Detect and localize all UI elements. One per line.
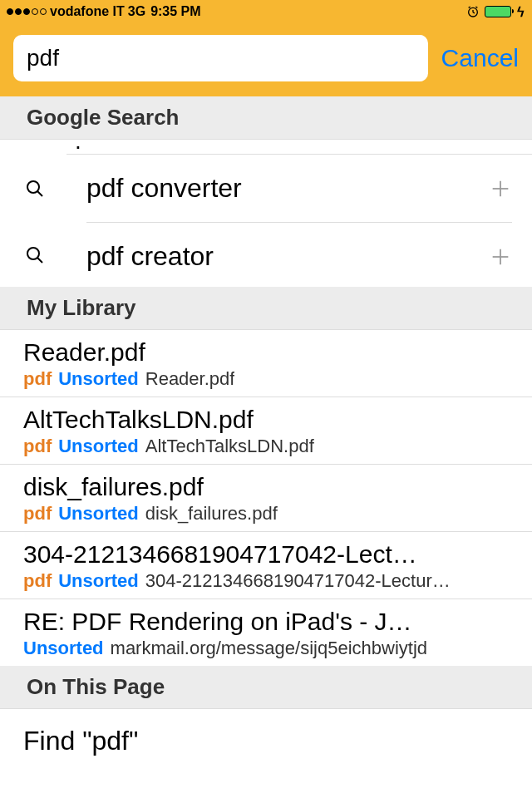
library-item-path: AltTechTalksLDN.pdf: [145, 436, 314, 457]
cancel-button[interactable]: Cancel: [441, 44, 519, 72]
library-item-title: Reader.pdf: [23, 338, 509, 367]
find-on-page[interactable]: Find "pdf": [0, 709, 532, 773]
library-item[interactable]: Reader.pdf pdf Unsorted Reader.pdf: [0, 330, 532, 397]
suggestion-text: pdf converter: [86, 173, 489, 204]
library-item-title: 304-2121346681904717042-Lect…: [23, 540, 509, 569]
search-icon: [25, 245, 45, 265]
tag-filetype: pdf: [23, 436, 52, 457]
svg-line-2: [473, 12, 475, 13]
library-list: Reader.pdf pdf Unsorted Reader.pdf AltTe…: [0, 330, 532, 666]
library-item[interactable]: 304-2121346681904717042-Lect… pdf Unsort…: [0, 532, 532, 599]
section-header-library: My Library: [0, 287, 532, 330]
network-label: 3G: [128, 4, 145, 19]
add-icon[interactable]: [489, 245, 512, 268]
search-bar: Cancel: [0, 23, 532, 96]
alarm-icon: [466, 5, 480, 18]
partial-suggestion-row[interactable]: [66, 140, 532, 155]
tag-filetype: pdf: [23, 368, 52, 390]
search-icon: [25, 179, 45, 199]
section-header-onpage: On This Page: [0, 666, 532, 709]
status-left: vodafone IT 3G 9:35 PM: [7, 4, 201, 19]
suggestion-text: pdf creator: [86, 241, 489, 272]
svg-line-4: [475, 7, 477, 7]
tag-filetype: pdf: [23, 570, 52, 592]
svg-line-3: [469, 7, 470, 7]
add-icon[interactable]: [489, 177, 512, 200]
status-right: ϟ: [466, 4, 525, 20]
status-bar: vodafone IT 3G 9:35 PM ϟ: [0, 0, 532, 23]
svg-line-6: [37, 191, 42, 196]
tag-folder: Unsorted: [58, 570, 139, 592]
battery-icon: [485, 6, 511, 17]
library-item-title: AltTechTalksLDN.pdf: [23, 406, 509, 434]
tag-folder: Unsorted: [58, 368, 139, 390]
library-item-path: Reader.pdf: [145, 368, 235, 390]
tag-folder: Unsorted: [58, 503, 139, 525]
search-suggestion[interactable]: pdf converter: [0, 155, 532, 223]
library-item[interactable]: RE: PDF Rendering on iPad's - J… Unsorte…: [0, 599, 532, 666]
library-item-title: RE: PDF Rendering on iPad's - J…: [23, 608, 509, 636]
svg-line-10: [37, 258, 42, 263]
search-input[interactable]: [13, 35, 428, 81]
signal-strength-icon: [7, 8, 47, 15]
charging-icon: ϟ: [516, 4, 525, 20]
library-item-path: disk_failures.pdf: [145, 503, 278, 525]
library-item-title: disk_failures.pdf: [23, 473, 509, 501]
library-item-path: markmail.org/message/sijq5eichbwiytjd: [111, 638, 427, 659]
library-item[interactable]: AltTechTalksLDN.pdf pdf Unsorted AltTech…: [0, 397, 532, 465]
svg-point-5: [27, 181, 39, 193]
library-item-path: 304-2121346681904717042-Lectur…: [145, 570, 451, 592]
carrier-label: vodafone IT: [50, 4, 125, 19]
svg-point-9: [27, 248, 39, 259]
library-item[interactable]: disk_failures.pdf pdf Unsorted disk_fail…: [0, 465, 532, 532]
tag-folder: Unsorted: [23, 638, 104, 659]
time-label: 9:35 PM: [150, 4, 200, 19]
search-suggestion[interactable]: pdf creator: [0, 223, 532, 287]
tag-filetype: pdf: [23, 503, 52, 525]
tag-folder: Unsorted: [58, 436, 139, 457]
